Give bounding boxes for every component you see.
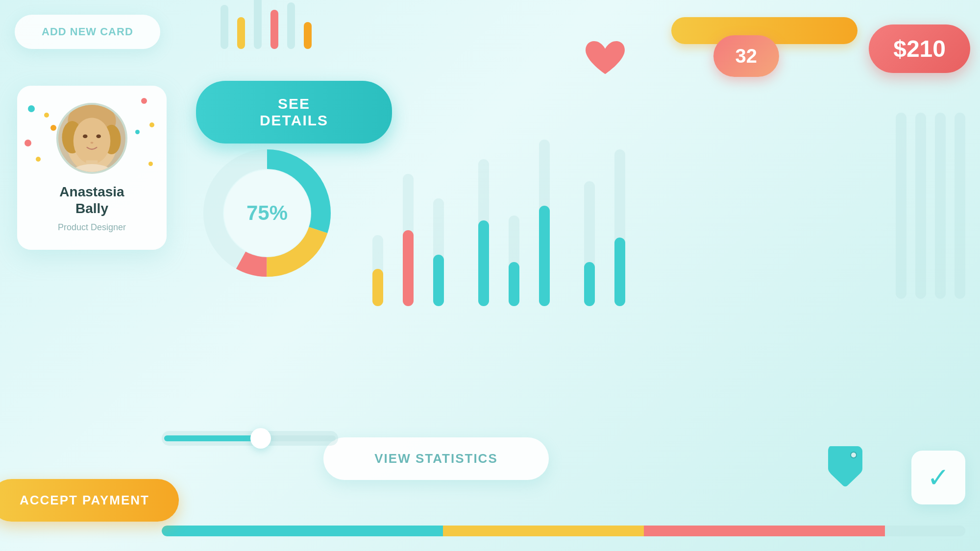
svg-point-5 xyxy=(74,118,111,164)
progress-bar-coral xyxy=(644,526,885,536)
see-details-button[interactable]: SEE DETAILS xyxy=(196,81,392,144)
progress-bar xyxy=(162,526,965,536)
avatar xyxy=(56,103,127,174)
view-statistics-button[interactable]: VIEW STATISTICS xyxy=(323,437,549,480)
profile-card: AnastasiaBally Product Designer xyxy=(17,86,167,250)
accept-payment-button[interactable]: ACCEPT PAYMENT xyxy=(0,479,179,522)
svg-point-8 xyxy=(91,142,94,144)
donut-chart: 75% xyxy=(196,142,338,284)
badge-32: 32 xyxy=(713,35,780,77)
bar-charts xyxy=(372,110,625,306)
profile-title: Product Designer xyxy=(29,222,154,233)
top-decorative-bars xyxy=(220,0,312,49)
progress-bar-teal xyxy=(162,526,443,536)
donut-label: 75% xyxy=(246,201,288,225)
svg-point-6 xyxy=(83,134,87,138)
right-vertical-bars xyxy=(896,78,965,299)
slider-thumb[interactable] xyxy=(250,428,271,449)
add-new-card-button[interactable]: ADD NEW CARD xyxy=(15,15,160,49)
checkmark-icon: ✓ xyxy=(927,462,950,493)
badge-price: $210 xyxy=(869,24,970,73)
check-circle: ✓ xyxy=(911,451,965,504)
svg-point-7 xyxy=(96,134,100,138)
profile-name: AnastasiaBally xyxy=(29,184,154,216)
svg-point-17 xyxy=(851,453,856,457)
slider[interactable] xyxy=(162,431,338,446)
tag-icon xyxy=(823,441,867,492)
heart-icon xyxy=(583,39,627,80)
progress-bar-orange xyxy=(443,526,644,536)
